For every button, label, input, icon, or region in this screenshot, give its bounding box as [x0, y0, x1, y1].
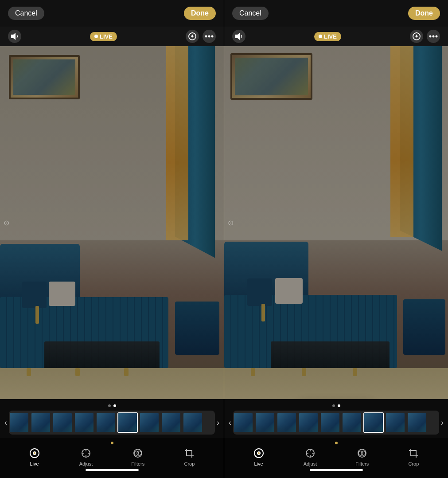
left-tool-crop[interactable]: Crop — [183, 447, 195, 466]
left-done-button[interactable]: Done — [184, 7, 216, 20]
right-frame-2[interactable] — [277, 412, 297, 433]
right-filmstrip-frames — [233, 411, 439, 435]
left-filmstrip-frames — [9, 411, 215, 435]
right-frame-0[interactable] — [233, 412, 253, 433]
left-tool-live[interactable]: Live — [28, 447, 41, 466]
frame-6[interactable] — [139, 412, 160, 433]
frame-4[interactable] — [96, 412, 116, 433]
right-sofa-right — [403, 299, 445, 355]
right-frame-7[interactable] — [385, 412, 405, 433]
right-photo-area: ⊙ Make Key Photo — [224, 46, 448, 399]
left-live-badge[interactable]: LIVE — [90, 32, 117, 41]
right-filmstrip-left-arrow[interactable]: ‹ — [227, 418, 233, 427]
frame-3[interactable] — [74, 412, 94, 433]
right-frame-5[interactable] — [342, 412, 362, 433]
left-photo-area: ⊙ — [0, 46, 224, 399]
svg-point-3 — [192, 36, 193, 37]
right-filmstrip-right-arrow[interactable]: › — [439, 418, 445, 427]
left-tool-adjust[interactable]: Adjust — [79, 447, 93, 466]
left-dot-1 — [108, 404, 111, 407]
right-filters-label: Filters — [355, 461, 369, 466]
svg-marker-18 — [235, 33, 240, 40]
right-wall-art — [230, 53, 312, 100]
svg-point-4 — [206, 36, 207, 37]
svg-point-6 — [212, 36, 213, 37]
right-frame-4[interactable] — [320, 412, 340, 433]
right-pillow-white — [275, 278, 303, 304]
right-home-indicator — [310, 469, 363, 471]
right-curtain-yellow — [390, 46, 413, 237]
right-crop-label: Crop — [408, 461, 419, 466]
right-page-dots — [224, 404, 448, 407]
right-live-label: LIVE — [324, 33, 337, 40]
left-secondary-bar: LIVE — [0, 27, 224, 46]
left-filters-icon — [132, 447, 144, 459]
right-crop-icon — [407, 447, 420, 459]
left-more-icon[interactable] — [203, 30, 216, 43]
right-panel: Cancel Done LIVE — [224, 0, 448, 478]
left-cancel-button[interactable]: Cancel — [8, 7, 44, 20]
right-frame-1[interactable] — [255, 412, 275, 433]
right-frame-8[interactable] — [407, 412, 427, 433]
right-volume-icon[interactable] — [232, 30, 245, 43]
right-adjust-label: Adjust — [304, 461, 317, 466]
right-dot-2 — [338, 404, 340, 407]
left-filmstrip-right-arrow[interactable]: › — [215, 418, 221, 427]
svg-marker-0 — [11, 33, 16, 40]
right-photo-circle-icon: ⊙ — [228, 219, 234, 227]
right-edit-icon[interactable] — [410, 30, 423, 43]
svg-point-33 — [358, 449, 366, 457]
frame-5-selected[interactable] — [117, 412, 138, 433]
pillow-blue — [22, 282, 47, 308]
right-more-icon[interactable] — [427, 30, 440, 43]
right-filmstrip-scroll: ‹ › — [224, 411, 448, 435]
right-frame-6-selected[interactable] — [363, 412, 384, 433]
svg-point-15 — [134, 449, 142, 457]
right-live-badge[interactable]: LIVE — [314, 32, 341, 41]
right-tool-adjust[interactable]: Adjust — [304, 447, 317, 466]
left-adjust-label: Adjust — [79, 461, 93, 466]
sofa-leg-1 — [27, 368, 31, 376]
right-done-button[interactable]: Done — [408, 7, 440, 20]
left-photo-circle-icon: ⊙ — [4, 219, 9, 227]
right-tool-live[interactable]: Live — [253, 447, 265, 466]
svg-point-9 — [34, 452, 35, 454]
left-filters-label: Filters — [131, 461, 144, 466]
right-frame-3[interactable] — [298, 412, 319, 433]
right-tool-crop[interactable]: Crop — [407, 447, 420, 466]
left-crop-label: Crop — [184, 461, 195, 466]
frame-2[interactable] — [52, 412, 73, 433]
left-yellow-dot — [111, 442, 113, 444]
svg-point-27 — [258, 452, 260, 454]
right-top-bar: Cancel Done — [224, 0, 448, 27]
left-live-label: LIVE — [100, 33, 113, 40]
svg-point-22 — [430, 36, 431, 37]
frame-1[interactable] — [31, 412, 51, 433]
left-bottom-toolbar: Live Adjust — [0, 438, 224, 478]
left-live-label-tool: Live — [30, 461, 39, 466]
left-dot-2 — [113, 404, 116, 407]
left-crop-icon — [183, 447, 195, 459]
left-tool-filters[interactable]: Filters — [131, 447, 144, 466]
frame-7[interactable] — [161, 412, 181, 433]
right-room-photo: ⊙ — [224, 46, 448, 399]
svg-point-24 — [436, 36, 437, 37]
left-volume-icon[interactable] — [8, 30, 21, 43]
wall-art — [9, 55, 80, 99]
live-dot — [94, 35, 98, 38]
left-top-bar: Cancel Done — [0, 0, 224, 27]
frame-8[interactable] — [183, 412, 203, 433]
left-room-photo: ⊙ — [0, 46, 224, 399]
right-cancel-button[interactable]: Cancel — [232, 7, 269, 20]
sofa-right-arm — [175, 302, 219, 355]
right-tool-filters[interactable]: Filters — [355, 447, 369, 466]
sofa-leg-3 — [124, 368, 129, 376]
frame-0[interactable] — [9, 412, 29, 433]
right-adjust-icon — [304, 447, 316, 459]
left-panel: Cancel Done LIVE — [0, 0, 224, 478]
right-secondary-bar: LIVE — [224, 27, 448, 46]
right-filmstrip-container: ‹ › — [224, 399, 448, 438]
left-edit-icon[interactable] — [186, 30, 199, 43]
left-filmstrip-left-arrow[interactable]: ‹ — [3, 418, 9, 427]
right-filters-icon — [356, 447, 368, 459]
